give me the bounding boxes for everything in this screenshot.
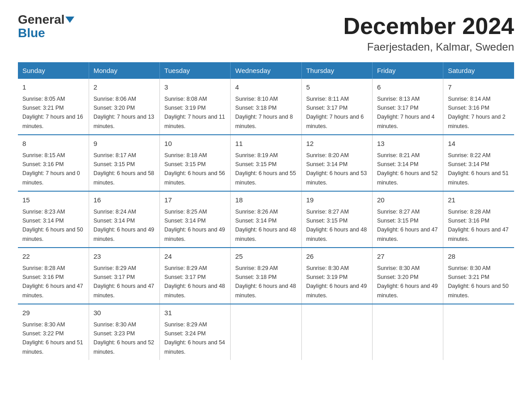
day-number: 4: [235, 82, 296, 93]
day-number: 16: [94, 195, 155, 206]
day-info: Sunrise: 8:21 AMSunset: 3:14 PMDaylight:…: [377, 152, 438, 186]
day-info: Sunrise: 8:10 AMSunset: 3:18 PMDaylight:…: [235, 96, 293, 129]
day-number: 10: [164, 139, 226, 149]
logo-text-general: General: [18, 13, 64, 26]
header-cell-saturday: Saturday: [443, 62, 514, 79]
calendar-header: SundayMondayTuesdayWednesdayThursdayFrid…: [18, 62, 514, 79]
week-row-3: 15Sunrise: 8:23 AMSunset: 3:14 PMDayligh…: [18, 191, 514, 248]
day-info: Sunrise: 8:08 AMSunset: 3:19 PMDaylight:…: [164, 96, 225, 129]
day-info: Sunrise: 8:30 AMSunset: 3:23 PMDaylight:…: [94, 321, 154, 355]
day-info: Sunrise: 8:29 AMSunset: 3:17 PMDaylight:…: [164, 265, 225, 299]
day-info: Sunrise: 8:28 AMSunset: 3:16 PMDaylight:…: [448, 209, 509, 242]
day-cell: 18Sunrise: 8:26 AMSunset: 3:14 PMDayligh…: [231, 191, 301, 248]
day-info: Sunrise: 8:06 AMSunset: 3:20 PMDaylight:…: [94, 96, 154, 129]
day-number: 28: [448, 252, 510, 262]
day-info: Sunrise: 8:11 AMSunset: 3:17 PMDaylight:…: [306, 96, 364, 129]
day-cell: 13Sunrise: 8:21 AMSunset: 3:14 PMDayligh…: [372, 135, 443, 191]
day-info: Sunrise: 8:15 AMSunset: 3:16 PMDaylight:…: [22, 152, 80, 186]
day-number: 27: [377, 252, 438, 262]
day-cell: 10Sunrise: 8:18 AMSunset: 3:15 PMDayligh…: [160, 135, 231, 191]
day-info: Sunrise: 8:20 AMSunset: 3:14 PMDaylight:…: [306, 152, 367, 186]
day-info: Sunrise: 8:27 AMSunset: 3:15 PMDaylight:…: [306, 209, 367, 242]
day-number: 2: [94, 82, 155, 93]
header-cell-sunday: Sunday: [18, 62, 89, 79]
logo: General Blue: [18, 13, 74, 39]
day-info: Sunrise: 8:27 AMSunset: 3:15 PMDaylight:…: [377, 209, 438, 242]
day-number: 3: [164, 82, 226, 93]
header-cell-thursday: Thursday: [301, 62, 372, 79]
day-info: Sunrise: 8:14 AMSunset: 3:16 PMDaylight:…: [448, 96, 506, 129]
day-cell: 12Sunrise: 8:20 AMSunset: 3:14 PMDayligh…: [301, 135, 372, 191]
day-cell: 16Sunrise: 8:24 AMSunset: 3:14 PMDayligh…: [89, 191, 159, 248]
day-info: Sunrise: 8:30 AMSunset: 3:19 PMDaylight:…: [306, 265, 367, 299]
day-cell: 7Sunrise: 8:14 AMSunset: 3:16 PMDaylight…: [443, 79, 514, 135]
calendar-table: SundayMondayTuesdayWednesdayThursdayFrid…: [18, 62, 514, 360]
day-number: 31: [164, 308, 226, 318]
day-cell: 4Sunrise: 8:10 AMSunset: 3:18 PMDaylight…: [231, 79, 301, 135]
header-cell-tuesday: Tuesday: [160, 62, 231, 79]
day-info: Sunrise: 8:05 AMSunset: 3:21 PMDaylight:…: [22, 96, 83, 129]
day-cell: [231, 304, 301, 360]
day-info: Sunrise: 8:30 AMSunset: 3:21 PMDaylight:…: [448, 265, 509, 299]
day-cell: [372, 304, 443, 360]
day-info: Sunrise: 8:13 AMSunset: 3:17 PMDaylight:…: [377, 96, 435, 129]
calendar-body: 1Sunrise: 8:05 AMSunset: 3:21 PMDaylight…: [18, 79, 514, 360]
week-row-4: 22Sunrise: 8:28 AMSunset: 3:16 PMDayligh…: [18, 248, 514, 304]
day-cell: 3Sunrise: 8:08 AMSunset: 3:19 PMDaylight…: [160, 79, 231, 135]
day-info: Sunrise: 8:29 AMSunset: 3:17 PMDaylight:…: [94, 265, 154, 299]
day-cell: 22Sunrise: 8:28 AMSunset: 3:16 PMDayligh…: [18, 248, 89, 304]
day-cell: 21Sunrise: 8:28 AMSunset: 3:16 PMDayligh…: [443, 191, 514, 248]
day-cell: 17Sunrise: 8:25 AMSunset: 3:14 PMDayligh…: [160, 191, 231, 248]
day-info: Sunrise: 8:30 AMSunset: 3:20 PMDaylight:…: [377, 265, 438, 299]
day-cell: 19Sunrise: 8:27 AMSunset: 3:15 PMDayligh…: [301, 191, 372, 248]
day-number: 9: [94, 139, 155, 149]
day-number: 18: [235, 195, 296, 206]
day-number: 15: [22, 195, 84, 206]
day-number: 20: [377, 195, 438, 206]
day-cell: 25Sunrise: 8:29 AMSunset: 3:18 PMDayligh…: [231, 248, 301, 304]
day-info: Sunrise: 8:30 AMSunset: 3:22 PMDaylight:…: [22, 321, 83, 355]
day-number: 12: [306, 139, 368, 149]
day-cell: 14Sunrise: 8:22 AMSunset: 3:14 PMDayligh…: [443, 135, 514, 191]
day-cell: 26Sunrise: 8:30 AMSunset: 3:19 PMDayligh…: [301, 248, 372, 304]
day-number: 6: [377, 82, 438, 93]
day-cell: 27Sunrise: 8:30 AMSunset: 3:20 PMDayligh…: [372, 248, 443, 304]
day-info: Sunrise: 8:28 AMSunset: 3:16 PMDaylight:…: [22, 265, 83, 299]
week-row-2: 8Sunrise: 8:15 AMSunset: 3:16 PMDaylight…: [18, 135, 514, 191]
day-info: Sunrise: 8:17 AMSunset: 3:15 PMDaylight:…: [94, 152, 154, 186]
day-info: Sunrise: 8:22 AMSunset: 3:14 PMDaylight:…: [448, 152, 509, 186]
day-number: 21: [448, 195, 510, 206]
calendar-title: December 2024: [343, 13, 514, 39]
day-cell: [443, 304, 514, 360]
calendar-subtitle: Faerjestaden, Kalmar, Sweden: [343, 41, 514, 53]
day-number: 30: [94, 308, 155, 318]
day-cell: 24Sunrise: 8:29 AMSunset: 3:17 PMDayligh…: [160, 248, 231, 304]
title-block: December 2024 Faerjestaden, Kalmar, Swed…: [343, 13, 514, 53]
day-info: Sunrise: 8:29 AMSunset: 3:24 PMDaylight:…: [164, 321, 225, 355]
day-cell: 1Sunrise: 8:05 AMSunset: 3:21 PMDaylight…: [18, 79, 89, 135]
day-cell: 9Sunrise: 8:17 AMSunset: 3:15 PMDaylight…: [89, 135, 159, 191]
day-number: 7: [448, 82, 510, 93]
day-cell: 6Sunrise: 8:13 AMSunset: 3:17 PMDaylight…: [372, 79, 443, 135]
header-cell-friday: Friday: [372, 62, 443, 79]
header-row: SundayMondayTuesdayWednesdayThursdayFrid…: [18, 62, 514, 79]
header-cell-monday: Monday: [89, 62, 159, 79]
day-number: 1: [22, 82, 84, 93]
day-cell: 5Sunrise: 8:11 AMSunset: 3:17 PMDaylight…: [301, 79, 372, 135]
day-cell: 15Sunrise: 8:23 AMSunset: 3:14 PMDayligh…: [18, 191, 89, 248]
day-cell: 31Sunrise: 8:29 AMSunset: 3:24 PMDayligh…: [160, 304, 231, 360]
day-info: Sunrise: 8:23 AMSunset: 3:14 PMDaylight:…: [22, 209, 83, 242]
day-info: Sunrise: 8:19 AMSunset: 3:15 PMDaylight:…: [235, 152, 296, 186]
day-number: 29: [22, 308, 84, 318]
day-number: 11: [235, 139, 296, 149]
day-info: Sunrise: 8:29 AMSunset: 3:18 PMDaylight:…: [235, 265, 296, 299]
day-cell: 11Sunrise: 8:19 AMSunset: 3:15 PMDayligh…: [231, 135, 301, 191]
day-cell: 23Sunrise: 8:29 AMSunset: 3:17 PMDayligh…: [89, 248, 159, 304]
day-cell: 2Sunrise: 8:06 AMSunset: 3:20 PMDaylight…: [89, 79, 159, 135]
header-cell-wednesday: Wednesday: [231, 62, 301, 79]
day-cell: [301, 304, 372, 360]
day-cell: 8Sunrise: 8:15 AMSunset: 3:16 PMDaylight…: [18, 135, 89, 191]
day-number: 24: [164, 252, 226, 262]
day-cell: 29Sunrise: 8:30 AMSunset: 3:22 PMDayligh…: [18, 304, 89, 360]
day-cell: 20Sunrise: 8:27 AMSunset: 3:15 PMDayligh…: [372, 191, 443, 248]
